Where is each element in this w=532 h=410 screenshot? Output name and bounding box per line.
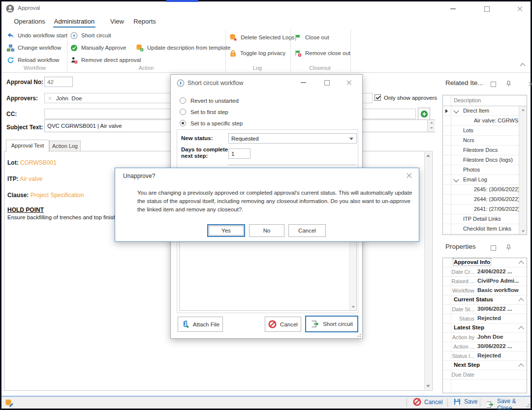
dialog-cancel-button[interactable]: Cancel bbox=[265, 317, 301, 332]
chevron-up-icon[interactable] bbox=[518, 298, 524, 303]
ribbon-item-label: Undo workflow start bbox=[18, 32, 67, 38]
tab-view[interactable]: View bbox=[106, 16, 128, 27]
property-row[interactable]: Due Date bbox=[443, 370, 527, 380]
tree-row[interactable]: Ncrs bbox=[443, 136, 527, 146]
property-row[interactable]: Raised ...CivilPro Admi... bbox=[443, 277, 527, 286]
related-items-scrollbar[interactable] bbox=[519, 106, 527, 234]
chevron-down-icon[interactable] bbox=[453, 108, 459, 113]
property-row[interactable]: WorkflowBasic workflow bbox=[443, 286, 527, 295]
button-label: Short circuit bbox=[323, 321, 353, 327]
scroll-down-button[interactable] bbox=[350, 303, 356, 310]
pin-icon[interactable] bbox=[505, 244, 512, 251]
chevron-up-icon[interactable] bbox=[518, 363, 524, 369]
tree-row[interactable]: Email Log bbox=[443, 175, 527, 185]
statusbar-save-button[interactable]: Save bbox=[453, 398, 477, 406]
tree-row[interactable]: Lots bbox=[443, 126, 527, 136]
chevron-down-icon[interactable] bbox=[453, 176, 459, 182]
tab-administration[interactable]: Administration bbox=[52, 16, 96, 27]
ribbon-close-out[interactable]: Close out bbox=[294, 32, 329, 42]
panel-maximize-icon[interactable] bbox=[491, 82, 496, 87]
statusbar-save-close-button[interactable]: Save & Close bbox=[486, 398, 531, 410]
tree-row[interactable]: Photos bbox=[443, 165, 527, 175]
property-row[interactable]: Date St...30/06/2022 ... bbox=[443, 305, 527, 314]
radio-set-first-step[interactable]: Set to first step bbox=[180, 109, 228, 115]
ribbon-reload-workflow[interactable]: Reload workflow bbox=[7, 55, 59, 65]
no-button[interactable]: No bbox=[249, 224, 284, 237]
scroll-down-button[interactable] bbox=[425, 382, 432, 390]
panel-close-icon[interactable] bbox=[528, 81, 532, 87]
radio-revert-unstarted[interactable]: Revert to unstarted bbox=[180, 97, 239, 104]
pin-icon[interactable] bbox=[505, 81, 512, 87]
tab-approval-text[interactable]: Approval Text bbox=[6, 140, 49, 152]
dialog-maximize-button[interactable] bbox=[318, 78, 335, 88]
tree-row[interactable]: ITP Detail Links bbox=[443, 214, 527, 224]
ribbon-change-workflow[interactable]: Change workflow bbox=[7, 43, 61, 53]
scroll-up-button[interactable] bbox=[425, 152, 432, 159]
resize-grip[interactable] bbox=[356, 332, 361, 337]
ribbon-remove-direct-approval[interactable]: Remove direct approval bbox=[70, 55, 141, 65]
ribbon-undo-workflow-start[interactable]: Undo workflow start bbox=[7, 30, 67, 40]
content-scrollbar[interactable] bbox=[424, 152, 432, 390]
yes-button[interactable]: Yes bbox=[207, 224, 245, 237]
property-row[interactable]: Date Cr...24/06/2022 ... bbox=[443, 267, 527, 277]
remove-approver-icon[interactable] bbox=[48, 96, 53, 100]
property-row[interactable]: StatusRejected bbox=[443, 314, 527, 323]
ribbon-remove-close-out[interactable]: Remove close out bbox=[294, 48, 350, 58]
tree-row[interactable]: 2644: (30/06/2022) bbox=[443, 195, 527, 205]
cc-label: CC: bbox=[6, 111, 17, 117]
close-button[interactable] bbox=[512, 4, 529, 14]
ribbon-toggle-log-privacy[interactable]: Toggle log privacy bbox=[229, 48, 285, 58]
tree-row[interactable]: 2641: (27/06/2022) bbox=[443, 205, 527, 214]
spinner-down-icon[interactable] bbox=[430, 127, 433, 129]
radio-icon bbox=[180, 109, 186, 115]
combo-arrow-icon[interactable] bbox=[349, 138, 353, 140]
resize-grip[interactable] bbox=[525, 402, 530, 407]
tab-operations[interactable]: Operations bbox=[11, 16, 48, 27]
cancel-button[interactable]: Cancel bbox=[288, 224, 326, 237]
spinner-up-icon[interactable] bbox=[430, 122, 433, 124]
scroll-up-button[interactable] bbox=[519, 106, 527, 113]
property-row[interactable]: Action ...30/06/2022 ... bbox=[443, 342, 527, 351]
chevron-up-icon[interactable] bbox=[518, 326, 524, 331]
lock-icon bbox=[229, 50, 237, 57]
tab-action-log[interactable]: Action Log bbox=[49, 141, 81, 151]
approval-no-input[interactable]: 42 bbox=[44, 77, 73, 87]
short-circuit-confirm-button[interactable]: Short circuit bbox=[305, 316, 358, 332]
property-group-row[interactable]: Next Step bbox=[443, 361, 527, 370]
tree-row[interactable]: Direct Item bbox=[443, 106, 527, 116]
maximize-button[interactable] bbox=[478, 4, 495, 14]
dialog-close-button[interactable] bbox=[403, 171, 416, 180]
minimize-button[interactable] bbox=[444, 4, 461, 14]
ribbon-manually-approve[interactable]: Manually Approve bbox=[70, 43, 126, 53]
related-items-title: Related Ite... bbox=[445, 79, 483, 87]
dialog-close-button[interactable] bbox=[341, 78, 358, 88]
subject-spinner[interactable] bbox=[427, 120, 435, 132]
add-cc-button[interactable] bbox=[418, 108, 430, 120]
chevron-up-icon[interactable] bbox=[518, 261, 524, 266]
tree-row[interactable]: Filestore Docs (logs) bbox=[443, 155, 527, 165]
days-input[interactable]: 1 bbox=[228, 148, 250, 159]
ribbon-collapse-icon[interactable] bbox=[520, 63, 525, 68]
only-show-approvers-checkbox[interactable] bbox=[375, 94, 381, 101]
property-row[interactable]: Action byJohn Doe bbox=[443, 333, 527, 342]
tree-row[interactable]: 2645: (30/06/2022) bbox=[443, 185, 527, 195]
radio-set-specific-step[interactable]: Set to a specific step bbox=[180, 120, 243, 126]
new-status-combo[interactable]: Requested bbox=[228, 133, 357, 144]
property-group-row[interactable]: Latest Step bbox=[443, 323, 527, 333]
tree-row[interactable]: Air valve: CGRWS... bbox=[443, 116, 527, 126]
ribbon-delete-selected-logs[interactable]: Delete Selected Logs bbox=[229, 32, 294, 42]
column-header: Description bbox=[454, 97, 481, 103]
panel-maximize-icon[interactable] bbox=[491, 245, 496, 251]
tree-row[interactable]: Checklist Item Links bbox=[443, 224, 527, 234]
dialog-minimize-button[interactable] bbox=[295, 78, 312, 88]
property-row[interactable]: Status l...Rejected bbox=[443, 351, 527, 361]
attach-file-button[interactable]: Attach File bbox=[178, 317, 223, 332]
tree-row[interactable]: Filestore Docs bbox=[443, 146, 527, 155]
tab-reports[interactable]: Reports bbox=[131, 16, 158, 27]
scroll-down-button[interactable] bbox=[519, 228, 527, 234]
property-group-row[interactable]: Approval Info bbox=[443, 258, 527, 267]
statusbar-cancel-button[interactable]: Cancel bbox=[413, 398, 442, 406]
property-group-row[interactable]: Current Status bbox=[443, 295, 527, 305]
ribbon-short-circuit[interactable]: Short circuit bbox=[70, 30, 111, 40]
ribbon-update-description[interactable]: Update description from template bbox=[136, 43, 230, 53]
